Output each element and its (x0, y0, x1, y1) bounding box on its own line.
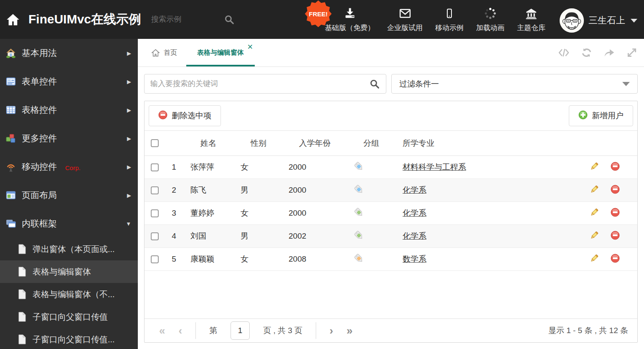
header-search-icon[interactable] (224, 14, 235, 25)
table-row[interactable]: 5 康颖颖 女 2008 数学系 (145, 248, 637, 271)
sidebar-item-mobile-controls[interactable]: 移动控件 Corp. ▶ (0, 153, 138, 181)
delete-icon[interactable] (611, 254, 620, 265)
app-title: FineUIMvc在线示例 (28, 11, 141, 28)
refresh-icon[interactable] (581, 47, 592, 58)
delete-icon[interactable] (611, 185, 620, 196)
table-row[interactable]: 4 刘国 男 2002 化学系 (145, 225, 637, 248)
row-checkbox[interactable] (151, 209, 159, 217)
plus-circle-icon (578, 110, 588, 122)
sidebar-item-grid-controls[interactable]: 表格控件 ▶ (0, 96, 138, 124)
cell-name: 刘国 (183, 225, 233, 247)
delete-icon[interactable] (611, 162, 620, 173)
sidebar-item-label: 基本用法 (22, 47, 57, 59)
tab-grid-edit-window[interactable]: 表格与编辑窗体 ✕ (186, 39, 255, 66)
select-all-checkbox[interactable] (151, 139, 159, 147)
previous-page-icon[interactable]: ‹ (178, 325, 182, 336)
column-major[interactable]: 所学专业 (396, 131, 584, 155)
row-checkbox[interactable] (151, 232, 159, 240)
tag-icon (353, 161, 364, 174)
column-name[interactable]: 姓名 (183, 131, 233, 155)
tab-close-icon[interactable]: ✕ (247, 43, 253, 51)
user-menu[interactable]: 三生石上 (560, 8, 637, 33)
spinner-icon (484, 6, 497, 20)
sidebar-subitem-child-to-parent[interactable]: 子窗口向父窗口传值 (0, 306, 138, 328)
tab-bar: 首页 表格与编辑窗体 ✕ (138, 39, 644, 67)
column-group[interactable]: 分组 (346, 131, 396, 155)
delete-selected-button[interactable]: 删除选中项 (149, 105, 221, 126)
fullscreen-icon[interactable] (626, 47, 637, 58)
major-link[interactable]: 化学系 (403, 185, 426, 196)
delete-icon[interactable] (611, 208, 620, 219)
row-checkbox[interactable] (151, 255, 159, 263)
edit-icon[interactable] (590, 185, 599, 196)
search-icon[interactable] (369, 79, 380, 89)
source-code-icon[interactable] (558, 47, 570, 58)
open-new-window-icon[interactable] (603, 47, 615, 58)
sidebar-subitem-grid-edit-window-2[interactable]: 表格与编辑窗体（不... (0, 283, 138, 306)
sidebar-item-iframe[interactable]: 内联框架 ▼ (0, 209, 138, 238)
edit-icon[interactable] (590, 254, 599, 265)
file-icon (18, 334, 26, 344)
add-user-button[interactable]: 新增用户 (569, 105, 633, 126)
column-year[interactable]: 入学年份 (284, 131, 346, 155)
sidebar-subitem-child-to-parent-2[interactable]: 子窗口向父窗口传值... (0, 328, 138, 349)
sidebar-item-page-layout[interactable]: 页面布局 ▶ (0, 181, 138, 209)
row-checkbox[interactable] (151, 186, 159, 194)
sidebar-item-more-controls[interactable]: 更多控件 ▶ (0, 124, 138, 153)
tag-icon (353, 207, 364, 220)
cell-gender: 男 (233, 225, 284, 247)
sidebar-subitem-popup-window[interactable]: 弹出窗体（本页面或... (0, 238, 138, 260)
row-number: 2 (165, 179, 183, 201)
table-row[interactable]: 3 董婷婷 女 2000 化学系 (145, 202, 637, 225)
nav-item-loading-animation[interactable]: 加载动画 (476, 6, 505, 33)
table-row[interactable]: 1 张萍萍 女 2000 材料科学与工程系 (145, 156, 637, 179)
header-search-input[interactable] (151, 15, 202, 24)
user-dropdown-caret-icon (631, 19, 637, 23)
free-badge-text: FREE! (309, 10, 328, 18)
table-row[interactable]: 2 陈飞 男 2000 化学系 (145, 179, 637, 202)
page-label-total: 页 , 共 3 页 (263, 325, 302, 336)
row-number: 4 (165, 225, 183, 247)
last-page-icon[interactable]: » (347, 325, 352, 336)
tab-label: 表格与编辑窗体 (197, 48, 244, 57)
major-link[interactable]: 材料科学与工程系 (403, 162, 466, 173)
edit-icon[interactable] (590, 231, 599, 242)
sidebar-item-basic-usage[interactable]: 基本用法 ▶ (0, 39, 138, 67)
edit-icon[interactable] (590, 162, 599, 173)
edit-icon[interactable] (590, 208, 599, 219)
cell-name: 康颖颖 (183, 248, 233, 270)
column-gender[interactable]: 性别 (233, 131, 284, 155)
cell-name: 董婷婷 (183, 202, 233, 224)
phone-icon (444, 6, 454, 20)
major-link[interactable]: 化学系 (403, 208, 426, 219)
keyword-search-input[interactable] (150, 79, 369, 88)
next-page-icon[interactable]: › (330, 325, 333, 336)
sidebar-subitem-grid-edit-window[interactable]: 表格与编辑窗体 (0, 260, 138, 283)
row-checkbox[interactable] (151, 163, 159, 171)
filter-dropdown[interactable]: 过滤条件一 (391, 74, 638, 94)
page-number-input[interactable] (231, 321, 250, 340)
cell-gender: 女 (233, 248, 284, 270)
antenna-icon (5, 161, 16, 172)
tab-home[interactable]: 首页 (145, 39, 183, 66)
delete-icon[interactable] (611, 231, 620, 242)
nav-item-basic-edition[interactable]: FREE! 基础版（免费） (325, 6, 375, 33)
app-home-icon[interactable] (6, 13, 20, 27)
sidebar-item-label: 更多控件 (22, 132, 57, 144)
nav-item-enterprise-trial[interactable]: 企业版试用 (387, 6, 423, 33)
major-link[interactable]: 化学系 (403, 231, 426, 242)
add-user-label: 新增用户 (592, 110, 624, 121)
header-search (151, 14, 235, 25)
file-icon (18, 267, 26, 277)
sidebar-item-form-controls[interactable]: 表单控件 ▶ (0, 67, 138, 96)
layout-icon (5, 190, 16, 201)
chevron-right-icon: ▶ (127, 164, 131, 170)
nav-item-mobile-demo[interactable]: 移动示例 (435, 6, 464, 33)
nav-item-theme-store[interactable]: 主题仓库 (517, 6, 545, 33)
table-icon (5, 104, 16, 115)
row-number: 5 (165, 248, 183, 270)
sidebar-item-label: 移动控件 (22, 161, 57, 173)
major-link[interactable]: 数学系 (403, 254, 426, 265)
chevron-right-icon: ▶ (127, 192, 131, 199)
first-page-icon[interactable]: « (159, 325, 165, 336)
